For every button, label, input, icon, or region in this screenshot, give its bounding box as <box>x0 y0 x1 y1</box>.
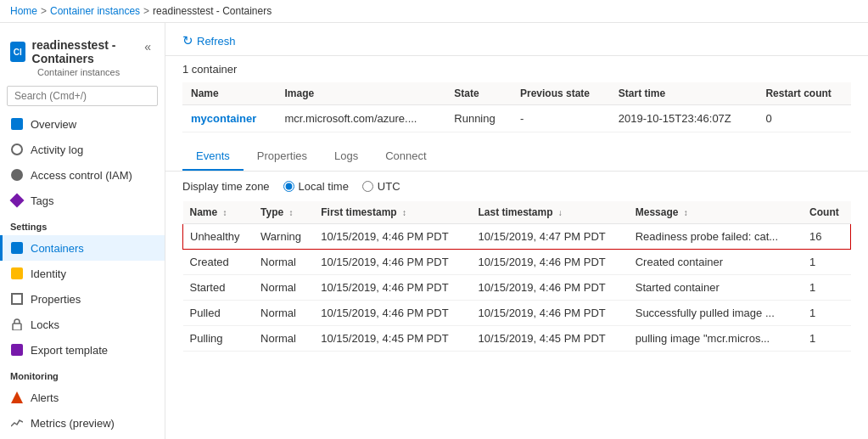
breadcrumb-container-instances[interactable]: Container instances <box>50 5 140 17</box>
table-row[interactable]: Pulled Normal 10/15/2019, 4:46 PM PDT 10… <box>183 301 851 326</box>
timezone-local-text: Local time <box>299 180 349 193</box>
events-col-message[interactable]: Message ↕ <box>629 201 803 224</box>
timezone-utc-label[interactable]: UTC <box>362 180 400 193</box>
resource-icon: CI <box>10 42 25 62</box>
nav-containers[interactable]: Containers <box>0 235 165 261</box>
timezone-local-label[interactable]: Local time <box>283 180 349 193</box>
properties-icon <box>10 292 24 306</box>
nav-alerts-label: Alerts <box>31 391 59 404</box>
nav-activity-log[interactable]: Activity log <box>0 137 165 162</box>
col-header-image: Image <box>276 82 445 105</box>
breadcrumb-current: readinesstest - Containers <box>153 5 272 17</box>
containers-table-wrapper: Name Image State Previous state Start ti… <box>165 82 868 132</box>
col-header-restart-count: Restart count <box>757 82 851 105</box>
nav-properties[interactable]: Properties <box>0 286 165 312</box>
nav-properties-label: Properties <box>31 293 81 306</box>
col-header-name: Name <box>182 82 276 105</box>
event-type: Normal <box>254 250 314 275</box>
event-last-ts: 10/15/2019, 4:47 PM PDT <box>472 224 629 250</box>
container-count: 1 container <box>165 56 868 82</box>
tab-properties[interactable]: Properties <box>244 143 321 171</box>
event-last-ts: 10/15/2019, 4:46 PM PDT <box>472 275 629 301</box>
col-header-start-time: Start time <box>610 82 758 105</box>
nav-tags[interactable]: Tags <box>0 188 165 213</box>
nav-access-control[interactable]: Access control (IAM) <box>0 162 165 188</box>
event-name: Started <box>183 275 255 301</box>
nav-identity-label: Identity <box>31 267 66 280</box>
timezone-local-radio[interactable] <box>283 181 294 192</box>
refresh-icon: ↻ <box>182 33 193 48</box>
nav-identity[interactable]: Identity <box>0 261 165 286</box>
nav-overview[interactable]: Overview <box>0 111 165 137</box>
table-row[interactable]: mycontainer mcr.microsoft.com/azure.... … <box>182 105 851 132</box>
col-header-state: State <box>445 82 512 105</box>
events-col-count[interactable]: Count <box>803 201 850 224</box>
event-message: Readiness probe failed: cat... <box>629 224 803 250</box>
event-name: Created <box>183 250 255 275</box>
event-name: Pulling <box>183 326 255 352</box>
container-start-time: 2019-10-15T23:46:07Z <box>610 105 758 132</box>
tabs-bar: Events Properties Logs Connect <box>165 143 868 172</box>
event-count: 1 <box>803 301 850 326</box>
nav-locks-label: Locks <box>31 318 59 331</box>
event-last-ts: 10/15/2019, 4:45 PM PDT <box>472 326 629 352</box>
nav-metrics[interactable]: Metrics (preview) <box>0 410 165 436</box>
table-row[interactable]: Unhealthy Warning 10/15/2019, 4:46 PM PD… <box>183 224 851 250</box>
svg-rect-0 <box>13 324 21 330</box>
breadcrumb-home[interactable]: Home <box>10 5 37 17</box>
timezone-utc-radio[interactable] <box>362 181 373 192</box>
nav-overview-label: Overview <box>31 118 76 131</box>
events-col-name[interactable]: Name ↕ <box>183 201 255 224</box>
tab-logs[interactable]: Logs <box>321 143 372 171</box>
metrics-icon <box>10 416 24 430</box>
nav-iam-label: Access control (IAM) <box>31 169 132 182</box>
events-table: Name ↕ Type ↕ First timestamp ↕ Last tim… <box>182 201 851 352</box>
events-col-last-ts[interactable]: Last timestamp ↓ <box>472 201 629 224</box>
event-message: Successfully pulled image ... <box>629 301 803 326</box>
event-last-ts: 10/15/2019, 4:46 PM PDT <box>472 250 629 275</box>
col-header-prev-state: Previous state <box>512 82 610 105</box>
lock-icon <box>10 318 24 331</box>
nav-export-label: Export template <box>31 344 108 357</box>
container-name[interactable]: mycontainer <box>182 105 276 132</box>
event-type: Normal <box>254 275 314 301</box>
table-row[interactable]: Started Normal 10/15/2019, 4:46 PM PDT 1… <box>183 275 851 301</box>
event-name: Pulled <box>183 301 255 326</box>
refresh-button[interactable]: ↻ Refresh <box>182 33 236 48</box>
event-count: 16 <box>803 224 850 250</box>
nav-locks[interactable]: Locks <box>0 312 165 337</box>
container-image: mcr.microsoft.com/azure.... <box>276 105 445 132</box>
events-col-type[interactable]: Type ↕ <box>254 201 314 224</box>
timezone-row: Display time zone Local time UTC <box>165 172 868 201</box>
events-col-first-ts[interactable]: First timestamp ↕ <box>314 201 471 224</box>
container-prev-state: - <box>512 105 610 132</box>
event-count: 1 <box>803 250 850 275</box>
event-first-ts: 10/15/2019, 4:46 PM PDT <box>314 275 471 301</box>
nav-alerts[interactable]: Alerts <box>0 385 165 410</box>
event-type: Normal <box>254 301 314 326</box>
sidebar-collapse-button[interactable]: « <box>141 38 154 55</box>
overview-icon <box>10 117 24 131</box>
table-row[interactable]: Created Normal 10/15/2019, 4:46 PM PDT 1… <box>183 250 851 275</box>
nav-activity-label: Activity log <box>31 144 83 156</box>
container-state: Running <box>445 105 512 132</box>
sidebar-search-container <box>0 81 165 111</box>
sidebar-resource-title: readinesstest - Containers <box>32 38 142 65</box>
search-input[interactable] <box>7 86 158 106</box>
event-message: pulling image "mcr.micros... <box>629 326 803 352</box>
nav-metrics-label: Metrics (preview) <box>31 417 115 430</box>
activity-icon <box>10 143 24 156</box>
support-section-label: Support + troubleshooting <box>0 436 165 439</box>
containers-table: Name Image State Previous state Start ti… <box>182 82 851 132</box>
event-first-ts: 10/15/2019, 4:45 PM PDT <box>314 326 471 352</box>
breadcrumb-sep1: > <box>41 5 47 17</box>
table-row[interactable]: Pulling Normal 10/15/2019, 4:45 PM PDT 1… <box>183 326 851 352</box>
iam-icon <box>10 168 24 182</box>
tab-connect[interactable]: Connect <box>372 143 440 171</box>
timezone-label: Display time zone <box>182 180 270 193</box>
event-first-ts: 10/15/2019, 4:46 PM PDT <box>314 224 471 250</box>
nav-export-template[interactable]: Export template <box>0 337 165 363</box>
settings-section-label: Settings <box>0 213 165 235</box>
tab-events[interactable]: Events <box>182 143 244 171</box>
tag-icon <box>10 194 24 207</box>
